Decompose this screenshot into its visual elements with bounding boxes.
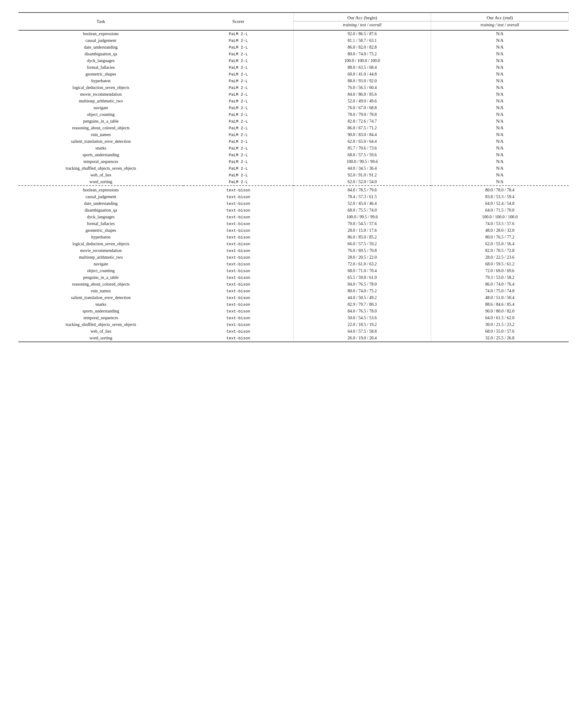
acc-end-cell: N/A [431, 111, 569, 118]
acc-begin-cell: 50.0 / 54.5 / 53.6 [294, 314, 431, 321]
task-cell: penguins_in_a_table [18, 274, 183, 281]
scorer-cell: PaLM 2-L [183, 172, 294, 179]
acc-end-cell: 82.0 / 70.5 / 72.8 [431, 248, 569, 254]
task-cell: hyperbaton [18, 78, 183, 85]
table-row: boolean_expressionsPaLM 2-L92.0 / 86.5 /… [18, 30, 569, 37]
acc-end-cell: 80.0 / 78.0 / 78.4 [431, 187, 569, 193]
task-cell: object_counting [18, 111, 183, 118]
table-row: tracking_shuffled_objects_seven_objectst… [18, 321, 569, 328]
acc-begin-cell: 82.8 / 72.6 / 74.7 [294, 118, 431, 125]
task-cell: reasoning_about_colored_objects [18, 125, 183, 132]
table-row: word_sortingPaLM 2-L62.0 / 52.0 / 54.0N/… [18, 179, 569, 186]
table-row: hyperbatonPaLM 2-L88.0 / 93.0 / 92.0N/A [18, 78, 569, 85]
acc-end-cell: 74.0 / 53.5 / 57.6 [431, 220, 569, 227]
scorer-cell: text-bison [183, 193, 294, 200]
acc-begin-cell: 26.0 / 19.0 / 20.4 [294, 335, 431, 342]
acc-begin-cell: 44.0 / 50.5 / 49.2 [294, 295, 431, 301]
acc-begin-cell: 52.0 / 45.0 / 46.4 [294, 200, 431, 207]
table-row: web_of_liesPaLM 2-L92.0 / 91.0 / 91.2N/A [18, 172, 569, 179]
acc-end-cell: 62.0 / 55.0 / 56.4 [431, 241, 569, 248]
task-cell: boolean_expressions [18, 187, 183, 193]
acc-end-cell: 48.0 / 51.0 / 50.4 [431, 295, 569, 301]
scorer-cell: PaLM 2-L [183, 111, 294, 118]
acc-begin-cell: 76.0 / 56.5 / 60.4 [294, 85, 431, 91]
task-cell: snarks [18, 145, 183, 152]
acc-end-cell: 68.0 / 59.5 / 61.2 [431, 261, 569, 267]
acc-end-cell: N/A [431, 165, 569, 172]
scorer-cell: PaLM 2-L [183, 30, 294, 37]
scorer-cell: PaLM 2-L [183, 85, 294, 91]
scorer-cell: text-bison [183, 335, 294, 342]
task-cell: sports_understanding [18, 152, 183, 158]
results-table: Task Scorer Our Acc (begin) Our Acc (end… [18, 12, 569, 342]
table-row: geometric_shapesPaLM 2-L60.0 / 41.0 / 44… [18, 71, 569, 78]
scorer-cell: PaLM 2-L [183, 179, 294, 186]
acc-begin-cell: 90.0 / 83.0 / 84.4 [294, 132, 431, 138]
acc-begin-cell: 92.0 / 86.5 / 87.6 [294, 30, 431, 37]
acc-end-cell: 88.6 / 84.6 / 85.4 [431, 301, 569, 308]
acc-end-cell: N/A [431, 37, 569, 44]
scorer-cell: PaLM 2-L [183, 44, 294, 51]
scorer-cell: text-bison [183, 207, 294, 214]
task-cell: date_understanding [18, 44, 183, 51]
scorer-cell: text-bison [183, 274, 294, 281]
acc-end-title: Our Acc (end) [487, 15, 513, 20]
acc-end-cell: N/A [431, 78, 569, 85]
task-cell: hyperbaton [18, 234, 183, 241]
table-row: formal_fallaciesPaLM 2-L88.0 / 63.5 / 68… [18, 64, 569, 71]
task-cell: multistep_arithmetic_two [18, 254, 183, 261]
scorer-cell: text-bison [183, 200, 294, 207]
header-row-1: Task Scorer Our Acc (begin) Our Acc (end… [18, 13, 569, 21]
task-cell: multistep_arithmetic_two [18, 98, 183, 104]
table-row: salient_translation_error_detectionPaLM … [18, 138, 569, 145]
acc-end-cell: 64.0 / 61.5 / 62.0 [431, 314, 569, 321]
acc-begin-cell: 78.4 / 57.3 / 61.5 [294, 193, 431, 200]
scorer-cell: PaLM 2-L [183, 138, 294, 145]
task-cell: salient_translation_error_detection [18, 295, 183, 301]
table-row: movie_recommendationPaLM 2-L84.0 / 86.0 … [18, 91, 569, 98]
acc-end-header: Our Acc (end) [431, 13, 569, 21]
table-row: object_countingtext-bison68.0 / 71.0 / 7… [18, 267, 569, 274]
acc-begin-cell: 84.0 / 76.5 / 78.0 [294, 281, 431, 288]
acc-end-cell: N/A [431, 85, 569, 91]
acc-begin-cell: 28.0 / 20.5 / 22.0 [294, 254, 431, 261]
table-row: dyck_languagestext-bison100.0 / 99.5 / 9… [18, 214, 569, 220]
table-row: penguins_in_a_tablePaLM 2-L82.8 / 72.6 /… [18, 118, 569, 125]
scorer-cell: text-bison [183, 234, 294, 241]
task-cell: date_understanding [18, 200, 183, 207]
acc-begin-cell: 76.0 / 67.0 / 68.8 [294, 104, 431, 111]
task-cell: sports_understanding [18, 308, 183, 314]
scorer-cell: PaLM 2-L [183, 165, 294, 172]
acc-begin-cell: 81.1 / 58.7 / 63.1 [294, 37, 431, 44]
acc-begin-cell: 84.0 / 86.0 / 85.6 [294, 91, 431, 98]
acc-begin-cell: 82.9 / 79.7 / 80.3 [294, 301, 431, 308]
acc-begin-title: Our Acc (begin) [347, 15, 377, 20]
acc-begin-cell: 86.0 / 67.5 / 71.2 [294, 125, 431, 132]
scorer-cell: text-bison [183, 187, 294, 193]
acc-end-cell: 48.0 / 28.0 / 32.0 [431, 227, 569, 234]
table-row: sports_understandingtext-bison84.0 / 76.… [18, 308, 569, 314]
acc-begin-cell: 80.0 / 74.0 / 75.2 [294, 51, 431, 57]
task-cell: dyck_languages [18, 214, 183, 220]
table-row: causal_judgementtext-bison78.4 / 57.3 / … [18, 193, 569, 200]
acc-end-cell: N/A [431, 118, 569, 125]
acc-begin-cell: 84.0 / 78.5 / 79.6 [294, 187, 431, 193]
task-cell: logical_deduction_seven_objects [18, 85, 183, 91]
table-row: ruin_namestext-bison80.0 / 74.0 / 75.274… [18, 288, 569, 295]
acc-begin-cell: 44.0 / 34.5 / 36.4 [294, 165, 431, 172]
acc-begin-cell: 84.0 / 76.5 / 78.0 [294, 308, 431, 314]
task-cell: temporal_sequences [18, 314, 183, 321]
acc-begin-cell: 66.0 / 57.5 / 59.2 [294, 241, 431, 248]
table-row: movie_recommendationtext-bison76.0 / 69.… [18, 248, 569, 254]
table-row: multistep_arithmetic_twoPaLM 2-L52.0 / 4… [18, 98, 569, 104]
acc-begin-cell: 88.0 / 93.0 / 92.0 [294, 78, 431, 85]
scorer-cell: PaLM 2-L [183, 51, 294, 57]
table-row: dyck_languagesPaLM 2-L100.0 / 100.0 / 10… [18, 57, 569, 64]
task-cell: web_of_lies [18, 328, 183, 335]
acc-begin-cell: 80.0 / 74.0 / 75.2 [294, 288, 431, 295]
acc-begin-cell: 68.0 / 57.5 / 59.6 [294, 152, 431, 158]
task-cell: navigate [18, 104, 183, 111]
scorer-cell: text-bison [183, 314, 294, 321]
scorer-cell: text-bison [183, 214, 294, 220]
table-row: reasoning_about_colored_objectstext-biso… [18, 281, 569, 288]
